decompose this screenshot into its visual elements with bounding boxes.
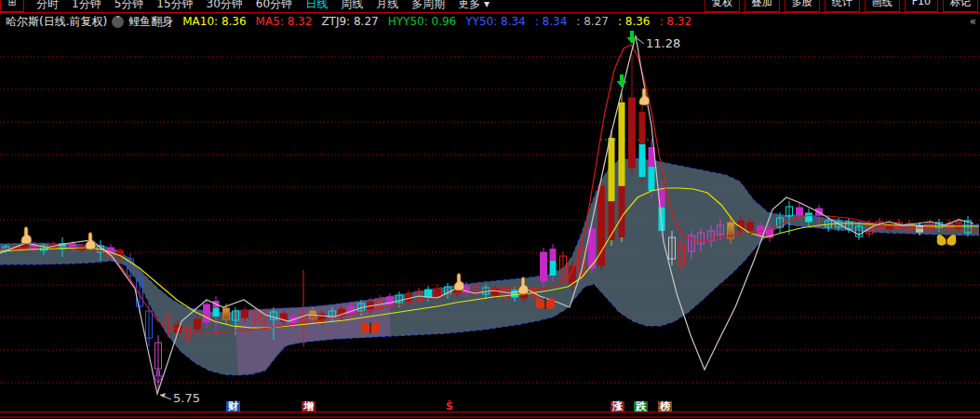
candle-body [550,261,557,276]
candle-body [155,343,162,369]
candle-body [678,244,685,265]
indicator-value: : 8.27 [576,15,609,28]
toolbar-button-统计[interactable]: 统计 [825,0,860,12]
toolbar-button-画线[interactable]: 画线 [865,0,900,12]
candle-body [639,112,646,144]
toolbar-button-标记[interactable]: 标记 [943,0,978,12]
candle-body [609,138,615,201]
candle-body [146,311,153,338]
candle-body [797,208,803,215]
candle-body [669,237,676,259]
candle-body [560,256,567,279]
period-tab-30分钟[interactable]: 30分钟 [207,0,243,10]
butterfly-icon [361,322,381,333]
candle-body [195,319,201,329]
indicator-value: ZTJ9: 8.27 [321,15,378,28]
indicator-value: YY50: 8.34 [465,15,526,28]
toolbar-button-F10[interactable]: F10 [905,0,938,12]
candle-body [492,289,499,295]
period-tab-5分钟[interactable]: 5分钟 [114,0,144,10]
butterfly-icon [937,235,957,246]
candle-body [598,186,605,265]
toolbar-button-多股[interactable]: 多股 [785,0,820,12]
candle-body [406,293,412,301]
period-tab-60分钟[interactable]: 60分钟 [256,0,292,10]
candle-body [698,233,705,244]
candle-body [649,167,655,191]
indicator-value: MA5: 8.32 [256,15,313,28]
main-candlestick-chart[interactable]: 11.285.75 [0,0,980,419]
grid-icon[interactable]: ⊞ [0,0,24,12]
period-tab-更多 ▾[interactable]: 更多 ▾ [458,0,490,10]
pointing-hand-icon [639,88,650,106]
candle-body [639,144,646,177]
collapse-arrow-icon[interactable]: « [970,15,976,28]
period-tab-日线[interactable]: 日线 [305,0,328,10]
pointing-hand-icon [21,227,32,245]
high-price-label: 11.28 [646,36,680,50]
candle-body [204,304,210,322]
candle-body [541,252,547,281]
candle-body [435,289,441,296]
candle-body [184,328,191,339]
candle-body [252,313,259,320]
indicator-value: MA10: 8.36 [182,15,246,28]
chart-header: 哈尔斯(日线.前复权) ˇ 鲤鱼翻身 MA10: 8.36MA5: 8.32ZT… [0,13,980,30]
candle-body [619,102,625,186]
pointing-hand-icon [454,274,464,291]
candle-body [262,315,268,322]
period-tab-周线[interactable]: 周线 [341,0,363,10]
indicator-name[interactable]: 鲤鱼翻身 [128,14,173,30]
candle-body [956,222,962,228]
candle-body [166,318,172,331]
toolbar-button-叠加[interactable]: 叠加 [745,0,780,12]
window-bottom-edge [0,416,980,418]
low-price-label: 5.75 [173,391,200,405]
period-tab-1分钟[interactable]: 1分钟 [72,0,101,10]
circle-chevron-icon[interactable]: ˇ [112,16,124,28]
candle-body [233,311,239,320]
candle-body [619,186,625,237]
bottom-separator-line [0,412,980,412]
candle-body [223,308,230,319]
butterfly-icon [536,298,556,309]
period-tab-分时[interactable]: 分时 [36,0,59,10]
indicator-value: : 8.34 [535,15,568,28]
green-down-arrow-icon [627,31,638,44]
candle-body [786,207,793,216]
candle-body [806,213,812,222]
candle-body [629,98,636,168]
period-tab-多周期[interactable]: 多周期 [411,0,445,10]
candle-body [128,259,134,276]
candle-body [242,310,248,318]
candle-body [213,308,220,317]
candle-body [747,223,754,230]
indicator-value: : 8.36 [618,15,651,28]
period-tab-月线[interactable]: 月线 [376,0,398,10]
candle-body [550,249,557,261]
indicator-value: HYY50: 0.96 [388,15,457,28]
stock-chart-window: 11.285.75 ⊞ 分时1分钟5分钟15分钟30分钟60分钟日线周线月线多周… [0,0,980,419]
toolbar-button-复权[interactable]: 复权 [705,0,740,12]
indicator-value: : 8.32 [659,15,691,28]
period-tab-15分钟[interactable]: 15分钟 [156,0,193,10]
candle-body [718,225,724,235]
period-toolbar: ⊞ 分时1分钟5分钟15分钟30分钟60分钟日线周线月线多周期更多 ▾ 复权叠加… [0,0,980,13]
stock-title: 哈尔斯(日线.前复权) [6,14,107,30]
candle-body [416,291,423,299]
candle-body [425,290,432,297]
candle-body [917,226,923,232]
